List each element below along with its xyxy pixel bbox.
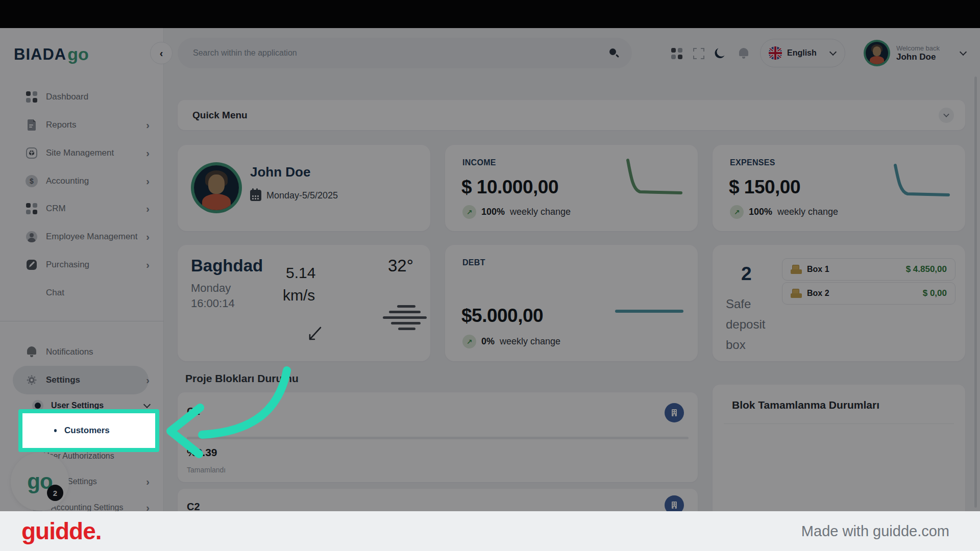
highlight-frame: Customers bbox=[18, 409, 159, 452]
bullet-icon bbox=[54, 429, 57, 432]
made-with-text: Made with guidde.com bbox=[801, 523, 949, 540]
guidde-footer: guidde. Made with guidde.com bbox=[0, 511, 980, 551]
sidebar-item-label: Customers bbox=[64, 425, 110, 436]
sidebar-item-customers[interactable]: Customers bbox=[22, 413, 155, 448]
app-screenshot: BIADA go Dashboard Reports › Site Manage… bbox=[0, 0, 980, 551]
guidde-brand: guidde. bbox=[21, 517, 801, 545]
